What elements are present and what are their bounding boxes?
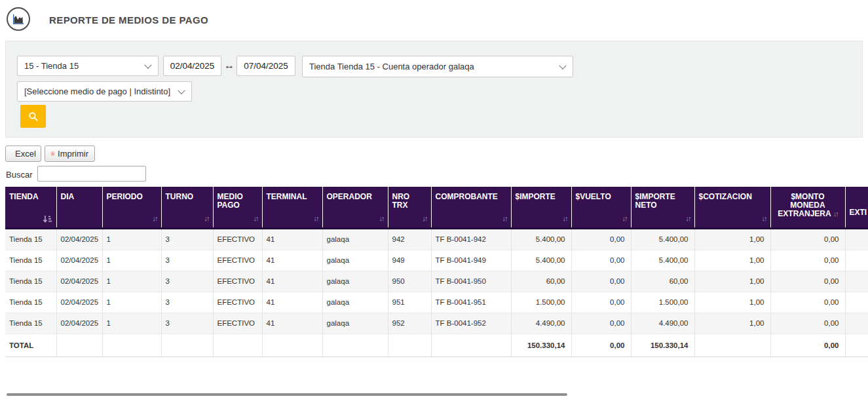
- table-cell: [845, 228, 868, 250]
- table-cell: [845, 292, 868, 313]
- column-header-label: TURNO: [166, 192, 194, 201]
- table-header-row: TIENDA DIAPERIODO↓↑TURNO↓↑MEDIO PAGO↓↑TE…: [5, 187, 868, 228]
- date-range-arrow-icon: ↔: [224, 60, 235, 71]
- table-cell: 0,00: [770, 313, 845, 334]
- table-cell: EFECTIVO: [213, 250, 262, 271]
- sort-icon: ↓↑: [314, 214, 318, 223]
- column-header-label: OPERADOR: [327, 192, 372, 201]
- table-cell: 02/04/2025: [56, 228, 102, 250]
- column-header-comprobante[interactable]: COMPROBANTE↓↑: [431, 187, 511, 228]
- report-table: TIENDA DIAPERIODO↓↑TURNO↓↑MEDIO PAGO↓↑TE…: [5, 187, 868, 359]
- imprimir-button[interactable]: A Imprimir: [45, 145, 95, 162]
- search-button[interactable]: [20, 105, 46, 128]
- table-cell: [322, 334, 388, 357]
- table-cell: 0,00: [770, 334, 845, 357]
- column-header-terminal[interactable]: TERMINAL↓↑: [262, 187, 322, 228]
- table-cell: 150.330,14: [511, 334, 571, 357]
- payment-method-select[interactable]: [Seleccione medio de pago | Indistinto]: [17, 81, 192, 102]
- sort-icon: ↓↑: [379, 214, 384, 223]
- table-total-row: TOTAL150.330,140,00150.330,140,00: [5, 334, 868, 357]
- table-cell: 1,00: [694, 228, 770, 250]
- column-header--importe-neto[interactable]: $IMPORTE NETO↓↑: [631, 187, 694, 228]
- table-cell: Tienda 15: [5, 292, 56, 313]
- column-header-operador[interactable]: OPERADOR↓↑: [322, 187, 388, 228]
- column-header-label: TIENDA: [9, 192, 39, 201]
- table-cell: 41: [262, 228, 322, 250]
- table-cell: 150.330,14: [631, 334, 694, 357]
- table-cell: EFECTIVO: [213, 271, 262, 292]
- column-header--vuelto[interactable]: $VUELTO↓↑: [571, 187, 631, 228]
- table-row: Tienda 1502/04/202513EFECTIVO41galaqa952…: [5, 313, 868, 334]
- table-cell: 1,00: [694, 313, 770, 334]
- table-cell: galaqa: [322, 292, 388, 313]
- table-cell: 60,00: [631, 271, 694, 292]
- column-header-dia: DIA: [56, 187, 102, 228]
- table-cell: 1: [102, 271, 161, 292]
- imprimir-button-label: Imprimir: [58, 149, 88, 159]
- table-cell: 0,00: [571, 271, 631, 292]
- sort-icon: ↓↑: [686, 214, 690, 223]
- table-cell: Tienda 15: [5, 271, 56, 292]
- payment-select-value: [Seleccione medio de pago | Indistinto]: [24, 87, 170, 96]
- sort-ascending-icon: [43, 215, 52, 223]
- column-header-tienda[interactable]: TIENDA: [5, 187, 56, 228]
- table-cell: [262, 334, 322, 357]
- table-cell: 1,00: [694, 250, 770, 271]
- sort-icon: ↓↑: [254, 214, 258, 223]
- table-cell: 951: [388, 292, 431, 313]
- column-header--cotizacion[interactable]: $COTIZACION↓↑: [694, 187, 770, 228]
- table-cell: EFECTIVO: [213, 228, 262, 250]
- column-header-exti: EXTI: [845, 187, 868, 228]
- table-cell: [845, 271, 868, 292]
- table-cell: [213, 334, 262, 357]
- column-header-label: DIA: [61, 192, 75, 201]
- column-header--monto-moneda-extranjera[interactable]: $MONTO MONEDA EXTRANJERA↓↑: [770, 187, 845, 228]
- store-select[interactable]: 15 - Tienda 15: [17, 56, 159, 76]
- column-header-label: $VUELTO: [576, 192, 611, 201]
- account-select[interactable]: Tienda Tienda 15 - Cuenta operador galaq…: [302, 56, 573, 77]
- excel-button[interactable]: x Excel: [5, 145, 41, 162]
- buscar-input[interactable]: [37, 166, 146, 182]
- column-header-medio-pago[interactable]: MEDIO PAGO↓↑: [213, 187, 262, 228]
- date-from-input[interactable]: 02/04/2025: [163, 56, 221, 76]
- table-row: Tienda 1502/04/202513EFECTIVO41galaqa949…: [5, 250, 868, 271]
- chevron-down-icon: [144, 61, 151, 68]
- pdf-file-icon: A: [51, 149, 54, 159]
- table-cell: 02/04/2025: [56, 313, 102, 334]
- table-cell: 41: [262, 271, 322, 292]
- table-cell: TF B-0041-952: [431, 313, 511, 334]
- chevron-down-icon: [178, 87, 185, 94]
- column-header--importe[interactable]: $IMPORTE↓↑: [511, 187, 571, 228]
- table-row: Tienda 1502/04/202513EFECTIVO41galaqa951…: [5, 292, 868, 313]
- table-cell: 3: [161, 228, 213, 250]
- table-cell: 0,00: [571, 228, 631, 250]
- column-header-label: COMPROBANTE: [436, 192, 498, 201]
- sort-icon: ↓↑: [762, 214, 766, 223]
- table-cell: TF B-0041-950: [431, 271, 511, 292]
- column-header-label: TERMINAL: [267, 192, 307, 201]
- horizontal-scrollbar[interactable]: [7, 393, 567, 396]
- table-cell: 1.500,00: [631, 292, 694, 313]
- table-cell: 949: [388, 250, 431, 271]
- buscar-label: Buscar: [6, 170, 32, 180]
- column-header-turno[interactable]: TURNO↓↑: [161, 187, 213, 228]
- table-cell: 4.490,00: [631, 313, 694, 334]
- table-cell: 3: [161, 292, 213, 313]
- table-cell: galaqa: [322, 250, 388, 271]
- table-cell: galaqa: [322, 271, 388, 292]
- table-cell: 1,00: [694, 292, 770, 313]
- table-cell: 41: [262, 292, 322, 313]
- column-header-periodo[interactable]: PERIODO↓↑: [102, 187, 161, 228]
- table-cell: 5.400,00: [631, 250, 694, 271]
- sort-icon: ↓↑: [153, 214, 157, 223]
- table-cell: 1: [102, 228, 161, 250]
- table-cell: [431, 334, 511, 357]
- table-cell: 41: [262, 250, 322, 271]
- date-to-input[interactable]: 07/04/2025: [236, 56, 295, 76]
- column-header-label: $IMPORTE NETO: [635, 192, 675, 210]
- column-header-nro-trx[interactable]: NRO TRX↓↑: [388, 187, 431, 228]
- sort-icon: ↓↑: [204, 214, 209, 223]
- table-cell: 1: [102, 313, 161, 334]
- chevron-down-icon: [559, 62, 566, 69]
- sort-icon: ↓↑: [502, 214, 507, 223]
